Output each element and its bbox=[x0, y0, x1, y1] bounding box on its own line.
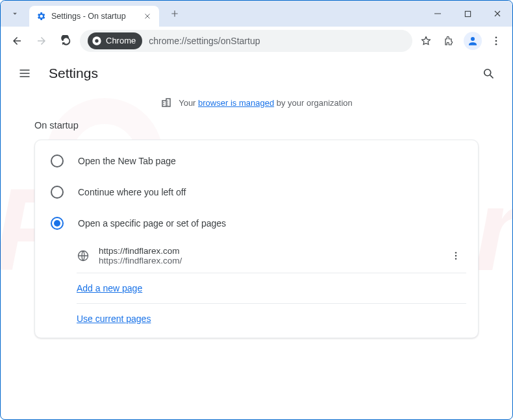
avatar bbox=[464, 32, 482, 50]
reload-button[interactable] bbox=[55, 30, 77, 52]
globe-icon bbox=[77, 249, 90, 262]
svg-point-4 bbox=[495, 36, 497, 38]
add-page-row: Add a new page bbox=[77, 273, 466, 304]
browser-tab[interactable]: Settings - On startup bbox=[29, 6, 159, 27]
window-controls bbox=[423, 1, 512, 27]
hamburger-icon bbox=[18, 67, 31, 80]
settings-search-button[interactable] bbox=[477, 62, 499, 84]
star-icon bbox=[420, 35, 432, 47]
url-text: chrome://settings/onStartup bbox=[149, 36, 260, 46]
section-label: On startup bbox=[34, 120, 479, 130]
startup-page-title: https://findflarex.com bbox=[99, 246, 436, 256]
page-more-button[interactable] bbox=[445, 245, 466, 266]
svg-point-7 bbox=[484, 69, 491, 76]
radio-icon bbox=[51, 154, 64, 167]
chrome-chip: Chrome bbox=[88, 32, 142, 49]
radio-icon bbox=[51, 217, 64, 230]
settings-content: On startup Open the New Tab page Continu… bbox=[1, 120, 512, 338]
svg-point-5 bbox=[495, 40, 497, 42]
search-icon bbox=[482, 67, 495, 80]
minimize-button[interactable] bbox=[423, 1, 453, 27]
close-icon bbox=[494, 10, 501, 18]
arrow-right-icon bbox=[36, 35, 47, 47]
startup-card: Open the New Tab page Continue where you… bbox=[34, 140, 479, 338]
maximize-icon bbox=[464, 10, 471, 18]
forward-button[interactable] bbox=[31, 30, 53, 52]
radio-icon bbox=[51, 186, 64, 199]
use-current-row: Use current pages bbox=[77, 304, 466, 334]
option-specific-pages[interactable]: Open a specific page or set of pages bbox=[35, 208, 478, 239]
startup-page-url: https://findflarex.com/ bbox=[99, 256, 436, 266]
address-bar[interactable]: Chrome chrome://settings/onStartup bbox=[80, 30, 412, 52]
svg-point-3 bbox=[471, 37, 475, 41]
titlebar: Settings - On startup bbox=[1, 1, 512, 27]
svg-point-2 bbox=[95, 39, 98, 42]
back-button[interactable] bbox=[6, 30, 28, 52]
browser-toolbar: Chrome chrome://settings/onStartup bbox=[1, 27, 512, 55]
option-label: Open the New Tab page bbox=[78, 156, 176, 166]
puzzle-icon bbox=[444, 35, 455, 47]
close-window-button[interactable] bbox=[482, 1, 512, 27]
extensions-button[interactable] bbox=[438, 30, 460, 52]
option-label: Open a specific page or set of pages bbox=[78, 218, 226, 229]
dots-vertical-icon bbox=[490, 35, 502, 47]
chevron-down-icon bbox=[10, 9, 19, 18]
tab-search-dropdown[interactable] bbox=[5, 3, 25, 24]
close-icon bbox=[144, 12, 151, 20]
browser-menu-button[interactable] bbox=[485, 30, 507, 52]
chrome-icon bbox=[92, 36, 102, 46]
new-tab-button[interactable] bbox=[166, 5, 184, 23]
option-label: Continue where you left off bbox=[78, 187, 186, 197]
option-continue[interactable]: Continue where you left off bbox=[35, 177, 478, 208]
chrome-chip-label: Chrome bbox=[106, 36, 136, 45]
person-icon bbox=[467, 35, 479, 47]
use-current-pages-link[interactable]: Use current pages bbox=[77, 314, 151, 324]
reload-icon bbox=[60, 35, 72, 47]
building-icon bbox=[160, 97, 172, 108]
add-new-page-link[interactable]: Add a new page bbox=[77, 283, 142, 293]
managed-text: Your browser is managed by your organiza… bbox=[179, 98, 353, 108]
minimize-icon bbox=[434, 10, 442, 18]
tab-close-button[interactable] bbox=[142, 11, 153, 21]
option-new-tab[interactable]: Open the New Tab page bbox=[35, 145, 478, 177]
svg-point-6 bbox=[495, 43, 497, 45]
svg-point-10 bbox=[455, 255, 457, 256]
managed-link[interactable]: browser is managed bbox=[198, 98, 274, 108]
managed-banner: Your browser is managed by your organiza… bbox=[1, 92, 512, 120]
bookmark-button[interactable] bbox=[415, 30, 437, 52]
dots-vertical-icon bbox=[451, 251, 461, 261]
profile-button[interactable] bbox=[462, 30, 484, 52]
gear-icon bbox=[36, 11, 46, 21]
startup-page-row: https://findflarex.com https://findflare… bbox=[77, 239, 466, 273]
maximize-button[interactable] bbox=[453, 1, 482, 27]
plus-icon bbox=[170, 9, 179, 18]
page-title: Settings bbox=[49, 66, 98, 81]
settings-header: Settings bbox=[1, 55, 512, 92]
svg-rect-0 bbox=[465, 11, 470, 16]
svg-point-9 bbox=[455, 252, 457, 253]
tab-title: Settings - On startup bbox=[51, 12, 137, 21]
svg-point-11 bbox=[455, 258, 457, 259]
arrow-left-icon bbox=[11, 35, 23, 47]
settings-menu-button[interactable] bbox=[14, 62, 36, 84]
